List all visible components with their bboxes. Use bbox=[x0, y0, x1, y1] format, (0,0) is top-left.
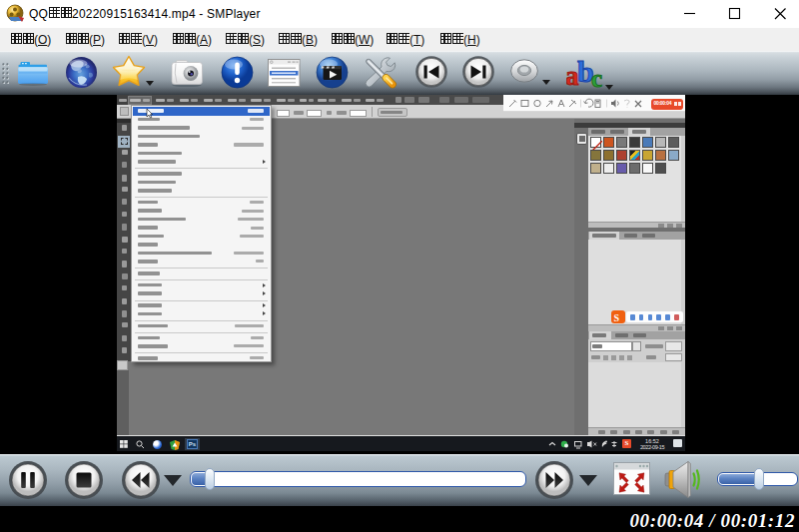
svg-text:c: c bbox=[591, 65, 602, 91]
